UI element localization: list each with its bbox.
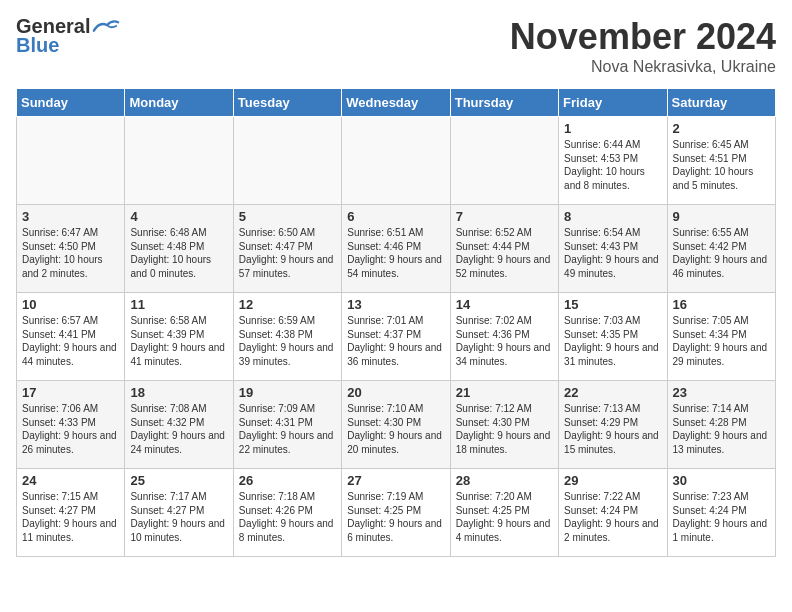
calendar-cell: 10Sunrise: 6:57 AM Sunset: 4:41 PM Dayli… — [17, 293, 125, 381]
calendar-cell — [342, 117, 450, 205]
day-number: 20 — [347, 385, 444, 400]
calendar-cell — [125, 117, 233, 205]
day-number: 9 — [673, 209, 770, 224]
calendar-cell: 3Sunrise: 6:47 AM Sunset: 4:50 PM Daylig… — [17, 205, 125, 293]
day-info: Sunrise: 7:02 AM Sunset: 4:36 PM Dayligh… — [456, 314, 553, 368]
day-info: Sunrise: 6:58 AM Sunset: 4:39 PM Dayligh… — [130, 314, 227, 368]
calendar-cell: 2Sunrise: 6:45 AM Sunset: 4:51 PM Daylig… — [667, 117, 775, 205]
calendar-cell: 26Sunrise: 7:18 AM Sunset: 4:26 PM Dayli… — [233, 469, 341, 557]
calendar-week-3: 10Sunrise: 6:57 AM Sunset: 4:41 PM Dayli… — [17, 293, 776, 381]
day-number: 13 — [347, 297, 444, 312]
location: Nova Nekrasivka, Ukraine — [510, 58, 776, 76]
calendar-cell: 12Sunrise: 6:59 AM Sunset: 4:38 PM Dayli… — [233, 293, 341, 381]
day-number: 12 — [239, 297, 336, 312]
day-number: 23 — [673, 385, 770, 400]
header-wednesday: Wednesday — [342, 89, 450, 117]
calendar-cell — [17, 117, 125, 205]
day-number: 5 — [239, 209, 336, 224]
calendar-cell: 7Sunrise: 6:52 AM Sunset: 4:44 PM Daylig… — [450, 205, 558, 293]
calendar-cell: 17Sunrise: 7:06 AM Sunset: 4:33 PM Dayli… — [17, 381, 125, 469]
day-number: 4 — [130, 209, 227, 224]
calendar-cell — [233, 117, 341, 205]
calendar-cell: 21Sunrise: 7:12 AM Sunset: 4:30 PM Dayli… — [450, 381, 558, 469]
calendar-cell: 11Sunrise: 6:58 AM Sunset: 4:39 PM Dayli… — [125, 293, 233, 381]
day-number: 8 — [564, 209, 661, 224]
header-thursday: Thursday — [450, 89, 558, 117]
day-number: 10 — [22, 297, 119, 312]
day-number: 29 — [564, 473, 661, 488]
header-tuesday: Tuesday — [233, 89, 341, 117]
day-info: Sunrise: 7:10 AM Sunset: 4:30 PM Dayligh… — [347, 402, 444, 456]
day-info: Sunrise: 6:47 AM Sunset: 4:50 PM Dayligh… — [22, 226, 119, 280]
day-info: Sunrise: 7:14 AM Sunset: 4:28 PM Dayligh… — [673, 402, 770, 456]
calendar-cell: 25Sunrise: 7:17 AM Sunset: 4:27 PM Dayli… — [125, 469, 233, 557]
day-info: Sunrise: 6:55 AM Sunset: 4:42 PM Dayligh… — [673, 226, 770, 280]
day-number: 11 — [130, 297, 227, 312]
day-number: 30 — [673, 473, 770, 488]
header-friday: Friday — [559, 89, 667, 117]
calendar-cell: 22Sunrise: 7:13 AM Sunset: 4:29 PM Dayli… — [559, 381, 667, 469]
calendar-cell: 16Sunrise: 7:05 AM Sunset: 4:34 PM Dayli… — [667, 293, 775, 381]
day-info: Sunrise: 7:03 AM Sunset: 4:35 PM Dayligh… — [564, 314, 661, 368]
day-info: Sunrise: 7:22 AM Sunset: 4:24 PM Dayligh… — [564, 490, 661, 544]
calendar-cell — [450, 117, 558, 205]
header-sunday: Sunday — [17, 89, 125, 117]
calendar-week-1: 1Sunrise: 6:44 AM Sunset: 4:53 PM Daylig… — [17, 117, 776, 205]
weekday-header-row: Sunday Monday Tuesday Wednesday Thursday… — [17, 89, 776, 117]
day-number: 7 — [456, 209, 553, 224]
day-info: Sunrise: 6:50 AM Sunset: 4:47 PM Dayligh… — [239, 226, 336, 280]
day-number: 2 — [673, 121, 770, 136]
day-number: 1 — [564, 121, 661, 136]
calendar-cell: 6Sunrise: 6:51 AM Sunset: 4:46 PM Daylig… — [342, 205, 450, 293]
day-number: 24 — [22, 473, 119, 488]
calendar-cell: 27Sunrise: 7:19 AM Sunset: 4:25 PM Dayli… — [342, 469, 450, 557]
calendar-week-5: 24Sunrise: 7:15 AM Sunset: 4:27 PM Dayli… — [17, 469, 776, 557]
day-number: 22 — [564, 385, 661, 400]
calendar-cell: 19Sunrise: 7:09 AM Sunset: 4:31 PM Dayli… — [233, 381, 341, 469]
calendar-week-4: 17Sunrise: 7:06 AM Sunset: 4:33 PM Dayli… — [17, 381, 776, 469]
day-info: Sunrise: 6:52 AM Sunset: 4:44 PM Dayligh… — [456, 226, 553, 280]
day-number: 15 — [564, 297, 661, 312]
calendar-cell: 20Sunrise: 7:10 AM Sunset: 4:30 PM Dayli… — [342, 381, 450, 469]
day-info: Sunrise: 7:01 AM Sunset: 4:37 PM Dayligh… — [347, 314, 444, 368]
day-number: 26 — [239, 473, 336, 488]
day-info: Sunrise: 7:15 AM Sunset: 4:27 PM Dayligh… — [22, 490, 119, 544]
day-info: Sunrise: 6:59 AM Sunset: 4:38 PM Dayligh… — [239, 314, 336, 368]
day-info: Sunrise: 7:06 AM Sunset: 4:33 PM Dayligh… — [22, 402, 119, 456]
logo-blue-text: Blue — [16, 34, 59, 56]
day-number: 19 — [239, 385, 336, 400]
calendar-cell: 9Sunrise: 6:55 AM Sunset: 4:42 PM Daylig… — [667, 205, 775, 293]
calendar: Sunday Monday Tuesday Wednesday Thursday… — [16, 88, 776, 557]
calendar-cell: 4Sunrise: 6:48 AM Sunset: 4:48 PM Daylig… — [125, 205, 233, 293]
day-number: 16 — [673, 297, 770, 312]
calendar-cell: 29Sunrise: 7:22 AM Sunset: 4:24 PM Dayli… — [559, 469, 667, 557]
calendar-cell: 5Sunrise: 6:50 AM Sunset: 4:47 PM Daylig… — [233, 205, 341, 293]
day-info: Sunrise: 7:13 AM Sunset: 4:29 PM Dayligh… — [564, 402, 661, 456]
header-saturday: Saturday — [667, 89, 775, 117]
calendar-cell: 23Sunrise: 7:14 AM Sunset: 4:28 PM Dayli… — [667, 381, 775, 469]
calendar-week-2: 3Sunrise: 6:47 AM Sunset: 4:50 PM Daylig… — [17, 205, 776, 293]
calendar-cell: 30Sunrise: 7:23 AM Sunset: 4:24 PM Dayli… — [667, 469, 775, 557]
day-info: Sunrise: 7:20 AM Sunset: 4:25 PM Dayligh… — [456, 490, 553, 544]
calendar-cell: 28Sunrise: 7:20 AM Sunset: 4:25 PM Dayli… — [450, 469, 558, 557]
calendar-cell: 1Sunrise: 6:44 AM Sunset: 4:53 PM Daylig… — [559, 117, 667, 205]
day-number: 6 — [347, 209, 444, 224]
day-number: 14 — [456, 297, 553, 312]
day-number: 17 — [22, 385, 119, 400]
calendar-cell: 15Sunrise: 7:03 AM Sunset: 4:35 PM Dayli… — [559, 293, 667, 381]
day-number: 27 — [347, 473, 444, 488]
day-info: Sunrise: 6:54 AM Sunset: 4:43 PM Dayligh… — [564, 226, 661, 280]
day-info: Sunrise: 6:51 AM Sunset: 4:46 PM Dayligh… — [347, 226, 444, 280]
calendar-cell: 18Sunrise: 7:08 AM Sunset: 4:32 PM Dayli… — [125, 381, 233, 469]
day-number: 18 — [130, 385, 227, 400]
day-info: Sunrise: 6:48 AM Sunset: 4:48 PM Dayligh… — [130, 226, 227, 280]
day-info: Sunrise: 7:09 AM Sunset: 4:31 PM Dayligh… — [239, 402, 336, 456]
month-title: November 2024 — [510, 16, 776, 58]
calendar-cell: 8Sunrise: 6:54 AM Sunset: 4:43 PM Daylig… — [559, 205, 667, 293]
calendar-cell: 13Sunrise: 7:01 AM Sunset: 4:37 PM Dayli… — [342, 293, 450, 381]
day-number: 3 — [22, 209, 119, 224]
day-info: Sunrise: 7:19 AM Sunset: 4:25 PM Dayligh… — [347, 490, 444, 544]
logo-text: General — [16, 16, 90, 36]
day-number: 25 — [130, 473, 227, 488]
day-info: Sunrise: 7:23 AM Sunset: 4:24 PM Dayligh… — [673, 490, 770, 544]
